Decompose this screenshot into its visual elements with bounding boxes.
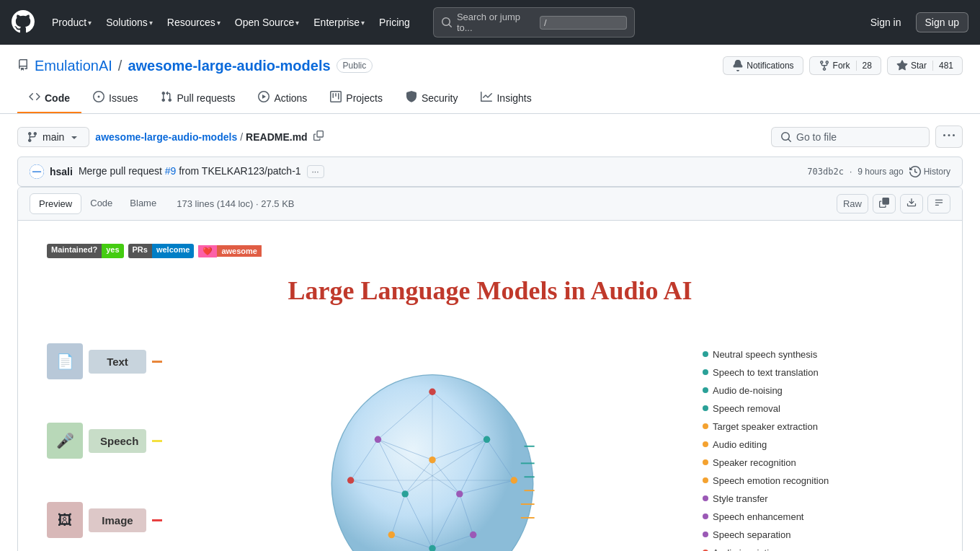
tab-issues[interactable]: Issues — [81, 84, 149, 113]
branch-selector[interactable]: main — [17, 127, 89, 147]
header-search[interactable]: Search or jump to... / — [433, 7, 635, 38]
more-options-button[interactable] — [935, 125, 963, 148]
tab-security[interactable]: Security — [394, 84, 470, 113]
search-box[interactable]: Search or jump to... / — [433, 7, 635, 38]
copy-path-button[interactable] — [311, 129, 326, 144]
search-icon — [441, 17, 453, 28]
readme-title: Large Language Models in Audio AI — [47, 276, 933, 306]
projects-icon — [330, 91, 342, 105]
copy-icon — [313, 131, 324, 141]
bullet-7 — [703, 459, 708, 465]
svg-point-33 — [470, 532, 476, 538]
nav-pricing[interactable]: Pricing — [373, 12, 416, 32]
svg-point-28 — [456, 490, 463, 497]
fork-button[interactable]: Fork 28 — [809, 56, 881, 75]
diagram-right-items: Neutral speech synthesis Speech to text … — [703, 335, 933, 552]
download-icon — [906, 198, 917, 208]
bullet-4 — [703, 405, 708, 411]
file-toolbar: main awesome-large-audio-models / README… — [17, 125, 963, 148]
svg-point-24 — [375, 436, 381, 443]
github-logo[interactable] — [12, 10, 35, 35]
bullet-9 — [703, 495, 708, 501]
diagram-item-image: 🖼 Image — [47, 502, 162, 538]
image-arrow — [152, 519, 162, 521]
copy-raw-icon — [879, 198, 889, 208]
raw-button[interactable]: Raw — [837, 194, 868, 213]
product-chevron-icon: ▾ — [88, 19, 92, 27]
search-shortcut: / — [540, 16, 627, 30]
commit-author-avatar — [30, 164, 44, 179]
breadcrumb-repo[interactable]: awesome-large-audio-models — [95, 131, 237, 143]
repo-owner[interactable]: EmulationAI — [35, 58, 112, 74]
outline-icon — [934, 198, 944, 208]
commit-pr-link[interactable]: #9 — [165, 165, 177, 177]
commit-timestamp: 9 hours ago — [858, 167, 903, 177]
repo-name[interactable]: awesome-large-audio-models — [128, 58, 330, 74]
security-shield-icon — [406, 91, 417, 105]
signup-button[interactable]: Sign up — [916, 12, 968, 32]
tab-actions[interactable]: Actions — [246, 84, 318, 113]
commit-row: hsali Merge pull request #9 from TKELKAR… — [17, 157, 963, 187]
bell-icon — [732, 60, 744, 71]
right-item-1: Neutral speech synthesis — [703, 349, 933, 360]
network-globe-svg — [317, 358, 548, 551]
star-button[interactable]: Star 481 — [887, 56, 963, 75]
prs-badge: PRs welcome — [128, 244, 195, 258]
right-item-2: Speech to text translation — [703, 367, 933, 378]
readme-diagram: 📄 Text 🎤 Speech 🖼 — [47, 329, 933, 551]
commit-author-name[interactable]: hsali — [50, 166, 73, 177]
repo-nav: Code Issues Pull requests Actions Projec… — [17, 84, 963, 113]
right-item-10: Speech enhancement — [703, 511, 933, 522]
tab-code[interactable]: Code — [17, 84, 81, 113]
notifications-button[interactable]: Notifications — [723, 56, 803, 75]
right-item-12: Audio inpainting — [703, 547, 933, 552]
file-view-tabs: Preview Code Blame — [30, 193, 165, 214]
nav-product[interactable]: Product ▾ — [46, 12, 97, 32]
right-item-7: Speaker recognition — [703, 457, 933, 468]
nav-open-source[interactable]: Open Source ▾ — [229, 12, 306, 32]
bullet-1 — [703, 351, 708, 357]
speech-arrow — [152, 440, 162, 442]
right-item-11: Speech separation — [703, 529, 933, 540]
bullet-8 — [703, 477, 708, 483]
svg-point-23 — [429, 389, 435, 395]
tab-preview[interactable]: Preview — [30, 193, 81, 214]
history-link[interactable]: History — [909, 166, 950, 177]
outline-button[interactable] — [927, 194, 950, 213]
commit-meta: 703db2c · 9 hours ago History — [807, 166, 950, 177]
tab-pull-requests[interactable]: Pull requests — [149, 84, 246, 113]
bullet-5 — [703, 423, 708, 429]
svg-point-29 — [347, 477, 354, 483]
svg-point-25 — [484, 436, 490, 443]
tab-code[interactable]: Code — [81, 193, 121, 214]
repo-visibility-badge: Public — [337, 58, 373, 73]
copy-raw-button[interactable] — [873, 194, 896, 213]
bullet-2 — [703, 369, 708, 375]
nav-enterprise[interactable]: Enterprise ▾ — [308, 12, 370, 32]
nav-solutions[interactable]: Solutions ▾ — [100, 12, 159, 32]
file-view-actions: Raw — [837, 194, 950, 213]
fork-icon — [819, 60, 830, 71]
right-item-6: Audio editing — [703, 439, 933, 450]
bullet-11 — [703, 532, 708, 537]
open-source-chevron-icon: ▾ — [295, 19, 299, 27]
actions-play-icon — [258, 91, 270, 105]
right-item-5: Target speaker extraction — [703, 421, 933, 432]
tab-projects[interactable]: Projects — [318, 84, 394, 113]
file-view: Preview Code Blame 173 lines (144 loc) ·… — [17, 187, 963, 551]
code-icon — [29, 91, 40, 105]
svg-point-32 — [388, 532, 395, 538]
tab-insights[interactable]: Insights — [469, 84, 543, 113]
tab-blame[interactable]: Blame — [121, 193, 165, 214]
goto-search-icon — [780, 131, 792, 143]
nav-resources[interactable]: Resources ▾ — [161, 12, 226, 32]
goto-file-button[interactable]: Go to file — [771, 127, 930, 147]
right-item-9: Style transfer — [703, 493, 933, 504]
svg-point-30 — [511, 477, 517, 483]
site-header: Product ▾ Solutions ▾ Resources ▾ Open S… — [0, 0, 980, 45]
resources-chevron-icon: ▾ — [217, 19, 220, 27]
signin-button[interactable]: Sign in — [862, 13, 910, 32]
commit-expand-button[interactable]: ··· — [307, 165, 324, 178]
download-button[interactable] — [900, 194, 923, 213]
file-breadcrumb: awesome-large-audio-models / README.md — [95, 129, 326, 144]
